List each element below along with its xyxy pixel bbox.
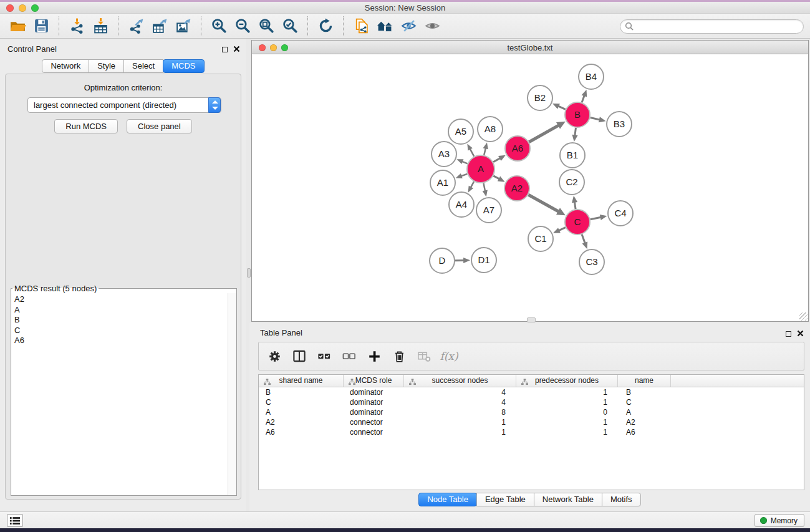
run-mcds-button[interactable]: Run MCDS <box>54 119 118 133</box>
tab-network[interactable]: Network <box>42 59 89 73</box>
export-network-button[interactable] <box>125 16 147 37</box>
graph-edge-C-C4[interactable] <box>591 215 607 220</box>
open-session-button[interactable] <box>7 16 28 37</box>
float-panel-icon[interactable] <box>222 47 228 52</box>
graph-node-C2[interactable]: C2 <box>559 170 584 195</box>
graph-node-A8[interactable]: A8 <box>478 117 503 142</box>
graph-edge-C-C1[interactable] <box>553 228 566 233</box>
tab-mcds[interactable]: MCDS <box>163 59 204 73</box>
import-network-button[interactable] <box>66 16 87 37</box>
hide-selected-button[interactable] <box>398 16 419 37</box>
task-history-button[interactable] <box>7 514 23 527</box>
graph-edge-A2-C[interactable] <box>528 195 565 215</box>
table-row[interactable]: Bdominator41B <box>259 387 804 397</box>
close-panel-button[interactable]: Close panel <box>127 119 192 133</box>
graph-node-D1[interactable]: D1 <box>471 248 496 273</box>
memory-button[interactable]: Memory <box>755 514 804 527</box>
graph-node-C3[interactable]: C3 <box>579 249 604 274</box>
tab-style[interactable]: Style <box>89 59 124 73</box>
result-scrollbar[interactable] <box>228 293 236 495</box>
graph-edge-A6-B[interactable] <box>529 122 566 142</box>
new-network-from-selection-button[interactable] <box>350 16 372 37</box>
result-item[interactable]: A2 <box>11 294 228 305</box>
graph-node-C4[interactable]: C4 <box>608 201 633 226</box>
graph-edge-B-B3[interactable] <box>590 117 605 122</box>
float-table-panel-icon[interactable] <box>786 331 791 337</box>
graph-edge-A-A7[interactable] <box>483 183 488 197</box>
divider-grab-handle[interactable] <box>247 268 251 278</box>
graph-edge-A-A5[interactable] <box>467 143 474 156</box>
column-header-name[interactable]: name <box>618 375 671 387</box>
add-column-button[interactable] <box>366 348 382 364</box>
result-item[interactable]: A6 <box>11 336 228 346</box>
search-input[interactable] <box>620 19 804 34</box>
tab-network-table[interactable]: Network Table <box>534 493 602 506</box>
graph-edge-B-B1[interactable] <box>572 128 577 142</box>
graph-node-B1[interactable]: B1 <box>560 143 585 168</box>
table-row[interactable]: Adominator80A <box>259 407 804 417</box>
graph-node-D[interactable]: D <box>430 248 455 273</box>
graph-edge-D-D1[interactable] <box>455 258 470 263</box>
tab-select[interactable]: Select <box>123 59 163 73</box>
delete-column-button[interactable] <box>391 348 407 364</box>
graph-node-B2[interactable]: B2 <box>528 85 552 110</box>
close-panel-icon[interactable] <box>233 45 240 54</box>
graph-edge-B-B4[interactable] <box>582 90 587 103</box>
graph-edge-A-A2[interactable] <box>493 176 504 182</box>
graph-node-B3[interactable]: B3 <box>607 112 632 137</box>
graph-node-B[interactable]: B <box>565 102 590 127</box>
criterion-select[interactable]: largest connected component (directed) <box>27 97 221 113</box>
graph-edge-A-A8[interactable] <box>483 142 488 155</box>
tab-edge-table[interactable]: Edge Table <box>476 493 534 506</box>
table-row[interactable]: A2connector11A2 <box>259 417 804 427</box>
table-settings-button[interactable] <box>266 348 282 364</box>
graph-node-A5[interactable]: A5 <box>448 119 473 144</box>
horizontal-split-handle[interactable] <box>527 317 536 322</box>
graph-edge-C-C3[interactable] <box>582 235 587 249</box>
column-header-shared-name[interactable]: shared name <box>259 375 344 387</box>
import-table-button[interactable] <box>90 16 111 37</box>
graph-node-A3[interactable]: A3 <box>432 142 456 167</box>
window-resize-grip[interactable] <box>799 312 808 321</box>
export-table-button[interactable] <box>149 16 170 37</box>
zoom-out-button[interactable] <box>232 16 253 37</box>
column-header-mcds-role[interactable]: MCDS role <box>344 375 404 387</box>
graph-node-A4[interactable]: A4 <box>449 192 474 217</box>
result-item[interactable]: A <box>11 305 228 316</box>
tab-motifs[interactable]: Motifs <box>602 493 641 506</box>
first-neighbors-button[interactable] <box>374 16 395 37</box>
select-all-rows-button[interactable] <box>316 348 332 364</box>
zoom-fit-button[interactable] <box>256 16 277 37</box>
graph-node-A1[interactable]: A1 <box>430 170 455 195</box>
zoom-in-button[interactable] <box>208 16 229 37</box>
column-header-predecessor-nodes[interactable]: predecessor nodes <box>516 375 618 387</box>
apply-layout-button[interactable] <box>315 16 336 37</box>
result-item[interactable]: B <box>11 315 228 326</box>
network-canvas[interactable]: AA1A2A3A4A5A6A7A8BB1B2B3B4CC1C2C3C4DD1 <box>252 54 808 321</box>
graph-edge-A-A3[interactable] <box>456 159 467 164</box>
tab-node-table[interactable]: Node Table <box>418 493 477 506</box>
graph-node-B4[interactable]: B4 <box>579 64 604 89</box>
graph-node-C1[interactable]: C1 <box>528 226 553 251</box>
graph-edge-B-B2[interactable] <box>552 104 566 109</box>
graph-node-A7[interactable]: A7 <box>476 198 501 223</box>
graph-edge-C-C2[interactable] <box>572 196 577 209</box>
result-item[interactable]: C <box>11 326 228 336</box>
table-columns-button[interactable] <box>291 348 307 364</box>
delete-table-button[interactable] <box>416 348 432 364</box>
graph-node-A2[interactable]: A2 <box>504 176 529 201</box>
save-session-button[interactable] <box>31 16 52 37</box>
graph-node-C[interactable]: C <box>565 210 590 235</box>
table-row[interactable]: A6connector11A6 <box>259 427 804 437</box>
table-row[interactable]: Cdominator41C <box>259 397 804 407</box>
zoom-selected-button[interactable] <box>279 16 301 37</box>
graph-node-A[interactable]: A <box>467 155 494 183</box>
function-builder-button[interactable]: f(x) <box>441 348 457 364</box>
deselect-all-rows-button[interactable] <box>341 348 357 364</box>
show-all-button[interactable] <box>422 16 443 37</box>
graph-edge-A-A4[interactable] <box>468 181 475 192</box>
graph-node-A6[interactable]: A6 <box>505 136 530 161</box>
export-image-button[interactable] <box>173 16 194 37</box>
column-header-successor-nodes[interactable]: successor nodes <box>404 375 516 387</box>
close-table-panel-icon[interactable] <box>797 329 804 339</box>
